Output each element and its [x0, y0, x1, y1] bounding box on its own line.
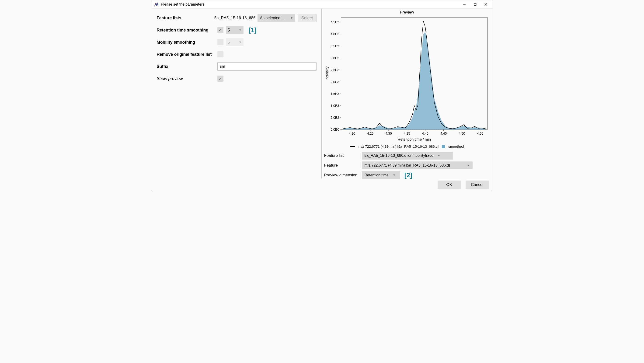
content-area: Feature lists 5a_RA5_15-16-13_686.... As…	[152, 9, 492, 178]
preview-controls: Feature list 5a_RA5_15-16-13_686.d ionmo…	[322, 150, 492, 180]
app-icon	[154, 2, 158, 7]
feature-lists-value: 5a_RA5_15-16-13_686....	[214, 16, 256, 20]
svg-text:4.40: 4.40	[422, 132, 428, 135]
svg-text:4.55: 4.55	[477, 132, 483, 135]
mobility-smoothing-checkbox[interactable]: ✓	[218, 39, 224, 45]
suffix-input[interactable]	[218, 62, 316, 71]
overlay-annotation-1: [1]	[249, 26, 256, 34]
svg-rect-1	[474, 3, 476, 5]
svg-text:Intensity: Intensity	[325, 66, 329, 80]
svg-text:4.5E3: 4.5E3	[330, 20, 339, 24]
label-suffix: Suffix	[157, 64, 215, 69]
remove-original-checkbox[interactable]: ✓	[218, 51, 224, 58]
minimize-button[interactable]	[459, 1, 470, 8]
caret-down-icon: ▼	[239, 40, 242, 44]
row-preview-feature: Feature m/z 722.6771 (4.39 min) [5a_RA5_…	[324, 160, 490, 170]
row-rt-smoothing: Retention time smoothing ✓ 5 ▼ [1]	[157, 24, 316, 36]
legend-line-label: m/z 722.6771 (4.39 min) [5a_RA5_15-16-13…	[358, 144, 439, 148]
svg-text:4.45: 4.45	[440, 132, 446, 135]
label-show-preview: Show preview	[157, 76, 215, 81]
label-mobility-smoothing: Mobility smoothing	[157, 40, 215, 45]
svg-text:4.30: 4.30	[385, 132, 392, 135]
feature-lists-mode-text: As selected ...	[260, 16, 285, 20]
caret-down-icon: ▼	[438, 154, 440, 157]
preview-chart[interactable]: 0.0E05.0E21.0E31.5E32.0E32.5E33.0E33.5E3…	[324, 15, 490, 144]
svg-text:3.5E3: 3.5E3	[330, 44, 339, 48]
label-rt-smoothing: Retention time smoothing	[157, 28, 215, 33]
cancel-button[interactable]: Cancel	[466, 180, 489, 189]
dialog-window: Please set the parameters Feature lists …	[152, 0, 492, 191]
preview-feature-list-combo[interactable]: 5a_RA5_15-16-13_686.d ionmobilitytrace ▼	[362, 152, 453, 160]
rt-smoothing-checkbox[interactable]: ✓	[218, 27, 224, 33]
preview-pane: Preview 0.0E05.0E21.0E31.5E32.0E32.5E33.…	[322, 9, 492, 178]
legend-fill-label: smoothed	[448, 144, 464, 148]
svg-text:1.0E3: 1.0E3	[330, 104, 339, 108]
select-button[interactable]: Select	[298, 14, 316, 22]
caret-down-icon: ▼	[239, 28, 242, 32]
legend-fill-icon	[442, 145, 445, 148]
svg-text:2.5E3: 2.5E3	[330, 68, 339, 72]
svg-text:4.25: 4.25	[367, 132, 373, 135]
caret-down-icon: ▼	[393, 174, 396, 177]
row-suffix: Suffix	[157, 60, 316, 72]
svg-text:4.50: 4.50	[458, 132, 465, 135]
chart-legend: m/z 722.6771 (4.39 min) [5a_RA5_15-16-13…	[322, 144, 492, 150]
svg-text:0.0E0: 0.0E0	[330, 128, 339, 131]
label-preview-dimension: Preview dimension	[324, 173, 360, 178]
svg-text:3.0E3: 3.0E3	[330, 56, 339, 60]
rt-smoothing-value-combo[interactable]: 5 ▼	[226, 26, 244, 34]
titlebar: Please set the parameters	[152, 0, 492, 9]
row-remove-original: Remove original feature list ✓	[157, 48, 316, 60]
row-preview-feature-list: Feature list 5a_RA5_15-16-13_686.d ionmo…	[324, 151, 490, 160]
label-preview-feature: Feature	[324, 163, 360, 168]
row-show-preview: Show preview ✓	[157, 72, 316, 85]
row-feature-lists: Feature lists 5a_RA5_15-16-13_686.... As…	[157, 12, 316, 24]
svg-text:4.35: 4.35	[404, 132, 410, 135]
show-preview-checkbox[interactable]: ✓	[218, 76, 224, 82]
chart-container: 0.0E05.0E21.0E31.5E32.0E32.5E33.0E33.5E3…	[322, 15, 492, 144]
caret-down-icon: ▼	[290, 16, 293, 20]
maximize-button[interactable]	[470, 1, 480, 8]
ok-button[interactable]: OK	[438, 180, 461, 189]
label-preview-feature-list: Feature list	[324, 153, 360, 158]
row-mobility-smoothing: Mobility smoothing ✓ 5 ▼	[157, 36, 316, 48]
window-title: Please set the parameters	[161, 2, 459, 6]
label-feature-lists: Feature lists	[157, 16, 212, 20]
label-remove-original: Remove original feature list	[157, 52, 215, 57]
window-buttons	[459, 1, 491, 8]
svg-text:2.0E3: 2.0E3	[330, 80, 339, 84]
legend-line-icon	[350, 146, 355, 147]
feature-lists-mode-combo[interactable]: As selected ... ▼	[258, 14, 295, 22]
preview-dimension-combo[interactable]: Retention time ▼	[362, 171, 400, 179]
mobility-value-combo: 5 ▼	[226, 38, 244, 46]
parameters-pane: Feature lists 5a_RA5_15-16-13_686.... As…	[152, 9, 322, 178]
preview-feature-combo[interactable]: m/z 722.6771 (4.39 min) [5a_RA5_15-16-13…	[362, 162, 472, 169]
svg-text:Retention time / min: Retention time / min	[398, 138, 430, 141]
svg-text:1.5E3: 1.5E3	[330, 92, 339, 96]
dialog-footer: OK Cancel	[152, 178, 492, 191]
caret-down-icon: ▼	[467, 164, 470, 167]
preview-title: Preview	[322, 9, 492, 15]
close-button[interactable]	[480, 1, 491, 8]
overlay-annotation-2: [2]	[404, 172, 412, 179]
svg-text:4.0E3: 4.0E3	[330, 32, 339, 36]
svg-text:5.0E2: 5.0E2	[330, 116, 339, 120]
svg-text:4.20: 4.20	[349, 132, 355, 135]
